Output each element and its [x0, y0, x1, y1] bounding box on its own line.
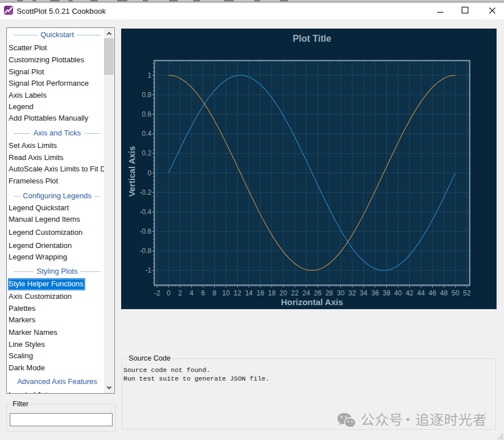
svg-text:32: 32 [349, 289, 357, 297]
svg-text:Plot Title: Plot Title [293, 34, 331, 43]
svg-text:42: 42 [406, 289, 414, 297]
svg-text:14: 14 [245, 289, 253, 297]
svg-text:26: 26 [314, 289, 322, 297]
svg-text:-0.8: -0.8 [139, 247, 151, 255]
svg-text:50: 50 [451, 289, 459, 297]
svg-text:-0.4: -0.4 [139, 208, 151, 216]
svg-text:6: 6 [201, 289, 205, 297]
svg-text:0.2: 0.2 [142, 149, 151, 157]
svg-text:40: 40 [394, 289, 402, 297]
svg-text:1: 1 [147, 71, 151, 79]
svg-text:2: 2 [178, 289, 182, 297]
svg-text:12: 12 [234, 289, 242, 297]
svg-text:0.6: 0.6 [142, 110, 151, 118]
svg-text:52: 52 [463, 289, 471, 297]
svg-text:36: 36 [371, 289, 379, 297]
svg-text:18: 18 [268, 289, 276, 297]
svg-text:46: 46 [429, 289, 437, 297]
svg-text:-2: -2 [154, 289, 161, 297]
svg-text:-0.2: -0.2 [139, 189, 151, 197]
svg-text:-0.6: -0.6 [139, 227, 151, 235]
svg-text:Vertical Axis: Vertical Axis [127, 146, 137, 197]
svg-text:8: 8 [213, 289, 217, 297]
svg-text:10: 10 [222, 289, 230, 297]
svg-text:Horizontal Axis: Horizontal Axis [281, 297, 343, 307]
svg-text:28: 28 [325, 289, 333, 297]
svg-text:0.4: 0.4 [142, 130, 151, 138]
svg-text:-1: -1 [145, 266, 151, 274]
svg-text:38: 38 [383, 289, 391, 297]
svg-text:0: 0 [147, 169, 151, 177]
svg-text:0: 0 [167, 289, 171, 297]
svg-text:16: 16 [257, 289, 265, 297]
svg-text:0.8: 0.8 [142, 91, 151, 99]
svg-text:24: 24 [302, 289, 310, 297]
svg-text:20: 20 [279, 289, 287, 297]
svg-text:48: 48 [440, 289, 448, 297]
svg-text:34: 34 [360, 289, 368, 297]
svg-text:30: 30 [337, 289, 345, 297]
svg-text:22: 22 [291, 289, 299, 297]
svg-text:4: 4 [190, 289, 194, 297]
svg-text:44: 44 [417, 289, 425, 297]
